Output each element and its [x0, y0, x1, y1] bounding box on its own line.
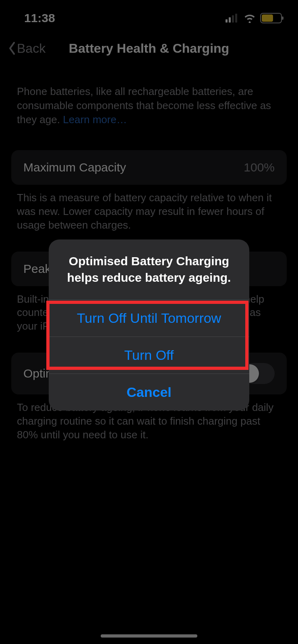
action-sheet-title: Optimised Battery Charging helps reduce …	[49, 239, 249, 299]
home-indicator[interactable]	[101, 634, 197, 638]
turn-off-button[interactable]: Turn Off	[49, 336, 249, 374]
cancel-button[interactable]: Cancel	[49, 374, 249, 411]
turn-off-until-tomorrow-button[interactable]: Turn Off Until Tomorrow	[49, 299, 249, 336]
action-sheet: Optimised Battery Charging helps reduce …	[49, 239, 249, 411]
